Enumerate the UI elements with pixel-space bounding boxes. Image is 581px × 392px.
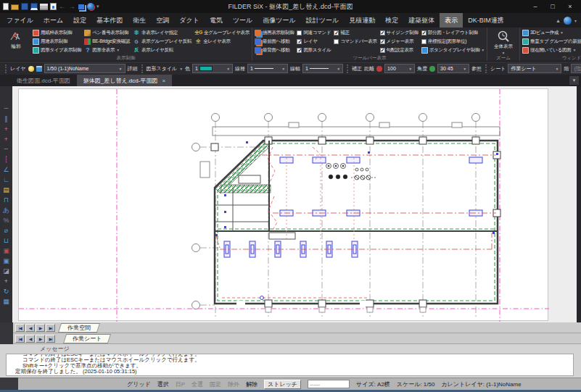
leader-tool-icon[interactable]: ∟ [0, 175, 12, 185]
first-sheet-button[interactable]: |◀ [15, 335, 25, 343]
vertical-dash-tool-icon[interactable]: ┆ [0, 154, 12, 164]
fitting-tool-icon[interactable]: ⊔ [0, 235, 12, 246]
open-drawings-button[interactable]: 現在開いている図面▼ [522, 46, 581, 54]
next-sheet-button[interactable]: ▶ [36, 324, 45, 332]
print-preview-icon[interactable] [50, 3, 57, 10]
correction-label[interactable]: 補正 [352, 65, 362, 72]
close-button[interactable]: × [562, 1, 578, 12]
all-layer-show-button[interactable]: 全全レイヤ表示 [194, 37, 250, 46]
tab-design-tools[interactable]: 設計ツール [301, 13, 344, 28]
invert-layer-button[interactable]: 反表示レイヤ反転 [133, 46, 191, 54]
hidden-layer-set-button[interactable]: 非非表示レイヤ指定 [133, 28, 191, 37]
tab-file[interactable]: ファイル [1, 13, 38, 28]
outline-button[interactable]: 輪郭 [2, 28, 30, 55]
qat-dropdown-icon[interactable]: ▾ [96, 4, 99, 9]
layer-icon[interactable] [36, 66, 42, 72]
usage-display-button[interactable]: 用途表示制御 [33, 37, 81, 46]
checkbox-layer[interactable]: ✓レイヤ [297, 37, 331, 46]
layer-select[interactable]: 1/50 (1-1)NoName▼ [44, 64, 125, 73]
lock-toggle[interactable]: 固定 [210, 380, 221, 388]
workspace-tab[interactable]: 作業空間 [58, 323, 100, 333]
hide-shape-button[interactable]: ?図形非表示▼ [84, 46, 130, 54]
create-3d-view-button[interactable]: 3Dビュー作成▼ [522, 28, 581, 37]
checkbox-command-bar[interactable]: コマンドバー表示 [334, 37, 376, 46]
back-icon[interactable]: ← [59, 3, 66, 10]
distance-input[interactable]: 100▼ [384, 64, 415, 73]
box-tool-icon[interactable]: ▦ [0, 296, 12, 306]
tab-sanitary[interactable]: 衛生 [128, 13, 151, 28]
hatch-tool-icon[interactable]: ▤ [0, 185, 12, 195]
tab-estimate-link[interactable]: 見積連動 [344, 13, 380, 28]
checkbox-sizing-control[interactable]: ✓サイジング制御 [380, 28, 419, 37]
auto-p-toggle[interactable]: 日P [176, 380, 185, 388]
stretch-input[interactable]: ------ [308, 380, 350, 388]
color-select[interactable]: 1▼ [192, 64, 233, 73]
distance-toggle-icon[interactable] [376, 66, 382, 72]
work-sheet-tab[interactable]: 作業シート [63, 334, 112, 343]
doc-tab-sanitary-plan[interactable]: 衛生図面.dcd-平面図 [10, 75, 77, 86]
angle-input[interactable]: 30 45▼ [437, 64, 469, 73]
tab-duct[interactable]: ダクト [174, 13, 205, 28]
tab-dk-bim[interactable]: DK-BIM連携 [463, 13, 509, 28]
tab-view[interactable]: 表示 [440, 13, 463, 28]
drawing-paper[interactable] [18, 88, 548, 321]
linetype-select[interactable]: 1▼ [247, 64, 288, 73]
forward-icon[interactable]: → [68, 3, 75, 10]
copy-red-tool-icon[interactable]: ▣ [0, 246, 12, 256]
tab-building-frame[interactable]: 建築躯体 [403, 13, 440, 28]
link-icon[interactable] [87, 3, 94, 10]
tab-tools[interactable]: ツール [228, 13, 257, 28]
help-icon[interactable] [564, 17, 572, 25]
shape-type-display-button[interactable]: 図形タイプ表示制御 [33, 46, 81, 54]
toolbar-grip[interactable] [5, 64, 7, 73]
all-group-layer-show-button[interactable]: 全G全グループレイヤ表示 [194, 28, 250, 37]
tab-inspection[interactable]: 検定 [380, 13, 403, 28]
select-all-toggle[interactable]: 全選 [191, 380, 203, 388]
last-sheet-button[interactable]: ▶| [46, 324, 55, 332]
maximize-button[interactable]: □ [545, 1, 561, 12]
tab-hvac[interactable]: 空調 [151, 13, 174, 28]
release-toggle[interactable]: 解除 [246, 380, 257, 388]
tab-image-tools[interactable]: 画像ツール [257, 13, 300, 28]
cross-marker-tool-icon[interactable]: + [0, 124, 12, 134]
copy-blue-tool-icon[interactable]: ▣ [0, 256, 12, 266]
new-file-icon[interactable] [3, 3, 9, 10]
eraser-tool-icon[interactable]: ◪ [0, 266, 12, 276]
checkbox-measure-display[interactable]: ✓メジャー表示 [380, 37, 419, 46]
select-toggle[interactable]: 選択 [157, 380, 169, 388]
tab-home[interactable]: ホーム [38, 13, 68, 28]
shape-style-dropdown-icon[interactable]: ▼ [179, 67, 183, 71]
toolbar-grip[interactable] [347, 64, 348, 73]
last-sheet-button[interactable]: ▶| [46, 335, 55, 343]
tab-electric[interactable]: 電気 [205, 13, 228, 28]
tab-settings[interactable]: 設定 [68, 13, 91, 28]
reference-button[interactable]: 参照 [471, 65, 482, 72]
invert-group-layer-button[interactable]: G表示グループレイヤ反転 [133, 37, 191, 46]
be-bridge-check-button[interactable]: BE-Bridge変換確認 [84, 37, 130, 46]
cascade-icon[interactable] [78, 4, 85, 10]
cross-marker2-tool-icon[interactable]: + [0, 134, 12, 144]
doc-tab-frame-plan[interactable]: 躯体図_差し替え.dcd-平面図× [77, 75, 172, 86]
angle-tool-icon[interactable]: ∠ [0, 164, 12, 175]
faucet-tool-icon[interactable]: ⊓ [0, 195, 12, 205]
ribbon-collapse-icon[interactable]: ▲ [556, 18, 561, 23]
save-icon[interactable] [21, 3, 28, 10]
message-panel-header[interactable]: メッセージ [0, 344, 581, 354]
layer-detail-button[interactable]: 詳細 [128, 65, 138, 72]
angle-toggle-icon[interactable] [429, 66, 435, 72]
save-all-icon[interactable] [30, 3, 38, 10]
move-tool-icon[interactable]: + [0, 276, 12, 286]
grid-toggle[interactable]: グリッド [127, 380, 151, 388]
rotate-tool-icon[interactable]: ↻ [0, 286, 12, 296]
tab-basic-draw[interactable]: 基本作図 [91, 13, 128, 28]
toolbar-grip[interactable] [485, 64, 487, 73]
draw-order-button[interactable]: 描画表示順制御 [255, 28, 294, 37]
paper-frame-display-button[interactable]: 用紙枠表示制御 [33, 28, 81, 37]
close-tab-icon[interactable]: × [162, 78, 165, 84]
checkbox-correction[interactable]: ✓補正 [334, 28, 376, 37]
exclude-toggle[interactable]: 除外 [228, 380, 239, 388]
percent-tool-icon[interactable]: % [0, 215, 12, 225]
first-sheet-button[interactable]: |◀ [15, 324, 25, 332]
send-back-button[interactable]: 最背面へ移動 [255, 46, 294, 54]
sheet-select[interactable]: 作業シート▼ [508, 64, 561, 73]
